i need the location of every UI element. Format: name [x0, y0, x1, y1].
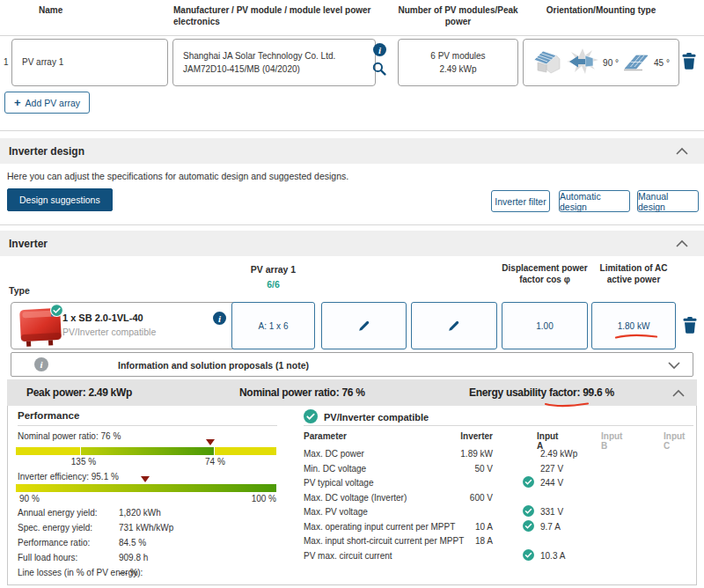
- modules-count: 6 PV modules: [430, 49, 485, 62]
- ac-limit-column-header: Limitation of AC active power: [587, 262, 680, 285]
- section-divider: [0, 130, 704, 131]
- inverter-efficiency-gauge: [16, 484, 276, 492]
- inverter-value: 50 V: [436, 464, 493, 474]
- type-column-header: Type: [9, 285, 30, 297]
- stat-value: 909.8 h: [119, 553, 148, 562]
- automatic-design-button[interactable]: Automatic design: [559, 190, 630, 212]
- info-glyph: i: [40, 359, 42, 370]
- tick-90: 90 %: [19, 494, 40, 503]
- gauge-marker: [141, 476, 150, 482]
- delete-inverter-icon[interactable]: [683, 317, 697, 335]
- modules-count-cell[interactable]: 6 PV modules 2.49 kWp: [398, 39, 518, 86]
- inverter-value: 1.89 kW: [436, 449, 493, 459]
- azimuth-icon: [567, 48, 598, 77]
- gauge-segment-yellow-left: [16, 447, 81, 455]
- energy-usability-summary: Energy usability factor: 99.6 %: [469, 386, 614, 399]
- performance-divider: [18, 425, 277, 426]
- design-suggestions-button[interactable]: Design suggestions: [7, 188, 113, 211]
- mounting-house-icon: [532, 48, 562, 77]
- bar2-marker-track: [16, 476, 276, 483]
- cos-phi-field[interactable]: 1.00: [502, 302, 588, 349]
- inverter-type-cell[interactable]: 1 x SB 2.0-1VL-40 PV/Inverter compatible: [11, 302, 251, 349]
- inverter-info-icon[interactable]: i: [213, 312, 226, 325]
- col-input-a: Input A: [537, 431, 558, 451]
- param-name: Max. PV voltage: [304, 507, 515, 517]
- edit-button-1[interactable]: [321, 302, 407, 349]
- string-configuration-button[interactable]: A: 1 x 6: [231, 302, 315, 349]
- ac-limit-field[interactable]: 1.80 kW: [591, 302, 676, 349]
- compatibility-divider: [304, 425, 693, 426]
- plus-icon: +: [14, 96, 21, 109]
- information-proposals-label: Information and solution proposals (1 no…: [118, 360, 309, 371]
- string-count-indicator: 6/6: [231, 279, 315, 290]
- section-divider: [0, 224, 704, 225]
- string-configuration-value: A: 1 x 6: [259, 321, 289, 331]
- module-selector[interactable]: Shanghai JA Solar Technology Co. Ltd. JA…: [172, 39, 376, 86]
- stat-label: Spec. energy yield:: [18, 523, 92, 533]
- add-pv-array-label: Add PV array: [26, 98, 80, 108]
- row-index: 1: [4, 57, 9, 67]
- pv-array-name-value: PV array 1: [22, 57, 63, 67]
- input-a-value: 10.3 A: [540, 551, 602, 561]
- edit-button-2[interactable]: [411, 302, 497, 349]
- tick-74: 74 %: [205, 457, 225, 467]
- col-input-c: Input C: [664, 431, 685, 451]
- bar2-ticks: 90 % 100 %: [16, 494, 276, 504]
- tick-135: 135 %: [71, 457, 96, 467]
- results-summary-bar[interactable]: Peak power: 2.49 kWp Nominal power ratio…: [7, 379, 697, 406]
- module-info-icon[interactable]: i: [373, 43, 386, 56]
- red-annotation-underline: [544, 401, 590, 409]
- pv-array-column-header: PV array 1: [231, 264, 315, 276]
- stat-label: Full load hours:: [18, 553, 77, 562]
- ok-check-icon: [523, 505, 534, 518]
- column-header-manufacturer: Manufacturer / PV module / module level …: [173, 4, 389, 27]
- header-divider: [0, 35, 704, 36]
- add-pv-array-button[interactable]: + Add PV array: [4, 92, 90, 114]
- pencil-icon: [448, 320, 460, 332]
- manufacturer-name: Shanghai JA Solar Technology Co. Ltd.: [183, 49, 335, 62]
- ok-check-icon: [523, 520, 534, 533]
- pv-design-page: Name Manufacturer / PV module / module l…: [0, 0, 704, 588]
- compatible-check-badge: [50, 304, 63, 319]
- stat-label: Annual energy yield:: [18, 508, 98, 518]
- stat-value: 84.5 %: [119, 538, 146, 548]
- collapse-chevron-up-icon[interactable]: [672, 389, 685, 397]
- info-glyph: i: [218, 313, 221, 324]
- orientation-cell[interactable]: 90 ° 45 °: [523, 39, 679, 86]
- tilt-icon: [623, 50, 649, 75]
- inverter-value: 18 A: [436, 536, 493, 546]
- input-a-value: 331 V: [540, 507, 602, 517]
- azimuth-value: 90 °: [603, 58, 619, 68]
- stat-value: --- %: [119, 568, 138, 577]
- information-proposals-bar[interactable]: i Information and solution proposals (1 …: [11, 352, 693, 377]
- inverter-compatibility-status: PV/Inverter compatible: [62, 327, 156, 337]
- expand-chevron-down-icon[interactable]: [668, 362, 680, 370]
- inverter-filter-button[interactable]: Inverter filter: [491, 190, 550, 212]
- collapse-chevron-up-icon[interactable]: [676, 239, 688, 247]
- tilt-value: 45 °: [654, 58, 670, 68]
- gauge-marker: [206, 439, 215, 445]
- pv-array-name-input[interactable]: PV array 1: [11, 39, 168, 86]
- gauge-segment-gradient: [81, 447, 214, 455]
- inverter-design-header[interactable]: Inverter design: [0, 138, 704, 164]
- inverter-value: 10 A: [436, 522, 493, 532]
- input-a-value: 244 V: [540, 478, 602, 488]
- module-search-icon[interactable]: [372, 62, 386, 77]
- manual-design-button[interactable]: Manual design: [637, 190, 699, 212]
- bar1-ticks: 135 % 74 %: [16, 457, 276, 467]
- collapse-chevron-up-icon[interactable]: [676, 147, 688, 155]
- compatible-check-icon: [304, 409, 318, 425]
- bar1-marker-track: [16, 439, 276, 446]
- nominal-power-ratio-summary: Nominal power ratio: 76 %: [239, 386, 365, 399]
- peak-power: 2.49 kWp: [439, 62, 476, 76]
- cos-phi-column-header: Displacement power factor cos φ: [499, 262, 590, 285]
- param-name: PV typical voltage: [304, 478, 515, 488]
- inverter-value: 600 V: [436, 493, 493, 503]
- inverter-header[interactable]: Inverter: [0, 231, 704, 256]
- stat-value: 1,820 kWh: [119, 508, 161, 518]
- inverter-model-name: 1 x SB 2.0-1VL-40: [62, 312, 143, 323]
- ok-check-icon: [523, 476, 534, 489]
- inverter-design-description: Here you can adjust the specifications f…: [7, 171, 348, 181]
- delete-pv-array-icon[interactable]: [682, 53, 696, 71]
- ac-limit-value: 1.80 kW: [618, 321, 650, 331]
